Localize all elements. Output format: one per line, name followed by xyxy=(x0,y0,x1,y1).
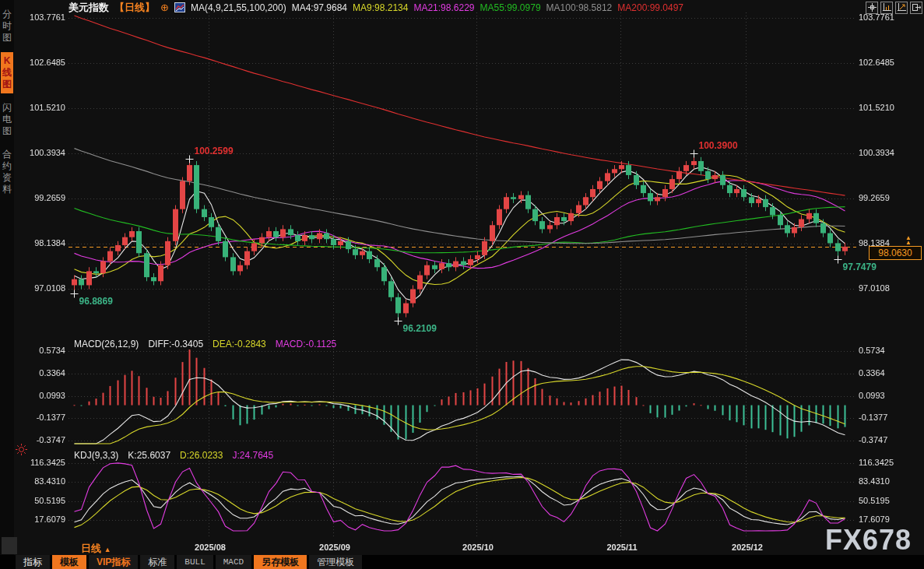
axis-scale-icon[interactable] xyxy=(880,2,893,14)
axis-tick-left: 0.5734 xyxy=(16,346,65,355)
chart-application: 分时图 K线图 闪电图 合约资料 美元指数 【日线】 ⊕ MA(4,9,21,5… xyxy=(0,0,924,569)
axis-tick-left: 101.5210 xyxy=(16,103,65,112)
axis-tick-left: 98.1384 xyxy=(16,238,65,248)
price-annotation: 96.8869 xyxy=(79,296,113,307)
kdj-d-value: D:26.0233 xyxy=(180,450,223,461)
period-selector[interactable]: 日线 ▲ xyxy=(81,542,111,556)
kdj-k-value: K:25.6037 xyxy=(128,450,170,461)
tab-standard[interactable]: 标准 xyxy=(140,555,174,569)
axis-tick-left: 116.3425 xyxy=(16,458,65,467)
macd-header: MACD(26,12,9) DIFF:-0.3405 DEA:-0.2843 M… xyxy=(74,339,336,349)
mini-chart-icon[interactable] xyxy=(174,2,185,12)
axis-tick-left: 50.5195 xyxy=(16,496,65,505)
sidebar-item-lightning-chart[interactable]: 闪电图 xyxy=(1,99,13,140)
axis-tick-right: 102.6485 xyxy=(859,58,894,67)
axis-tick-left: 0.0993 xyxy=(16,391,65,400)
xaxis-date-label: 2025/10 xyxy=(456,543,500,552)
chart-canvas[interactable] xyxy=(0,0,924,569)
period-badge[interactable]: 【日线】 xyxy=(114,1,155,15)
bottom-tabbar: 指标 模板 VIP指标 标准 BULL MACD 另存模板 管理模板 xyxy=(0,555,924,569)
axis-tick-right: 50.5195 xyxy=(859,496,890,505)
price-annotation: 100.3900 xyxy=(699,140,738,151)
exit-right-icon[interactable] xyxy=(910,2,922,14)
axis-tick-left: 17.6079 xyxy=(16,515,65,524)
axis-tick-left: 97.0108 xyxy=(16,283,65,293)
axis-tick-left: 99.2659 xyxy=(16,193,65,202)
axis-tick-left: -0.1377 xyxy=(16,413,65,422)
macd-macd-value: MACD:-0.1125 xyxy=(276,339,336,349)
price-annotation: 96.2109 xyxy=(403,323,437,334)
tab-bull[interactable]: BULL xyxy=(177,555,213,569)
axis-tick-right: 0.5734 xyxy=(859,346,885,355)
ma200-value: MA200:99.0497 xyxy=(617,2,683,13)
axis-tick-right: 0.0993 xyxy=(859,391,885,400)
watermark: FX678 xyxy=(825,524,912,557)
tab-macd[interactable]: MACD xyxy=(216,555,251,569)
kdj-header: KDJ(9,3,3) K:25.6037 D:26.0233 J:24.7645 xyxy=(74,450,273,461)
sidebar-item-kline-chart[interactable]: K线图 xyxy=(1,52,13,93)
macd-name: MACD(26,12,9) xyxy=(74,339,139,349)
xaxis-date-label: 2025/12 xyxy=(725,543,769,552)
xaxis-date-label: 2025/08 xyxy=(188,543,232,552)
ma4-value: MA4:97.9684 xyxy=(292,2,347,13)
ma100-value: MA100:98.5812 xyxy=(546,2,613,13)
axis-tick-right: -0.3747 xyxy=(859,435,887,444)
tab-vip-indicator[interactable]: VIP指标 xyxy=(89,555,138,569)
last-price-tag: 98.0630 xyxy=(869,246,922,260)
add-overlay-icon[interactable]: ⊕ xyxy=(160,2,169,12)
macd-diff-value: DIFF:-0.3405 xyxy=(148,339,203,349)
axis-tick-left: 100.3934 xyxy=(16,148,65,157)
axis-tick-right: 101.5210 xyxy=(859,103,894,112)
axis-tick-right: 97.0108 xyxy=(859,283,890,293)
kdj-name: KDJ(9,3,3) xyxy=(74,450,118,461)
axis-tick-left: 83.4310 xyxy=(16,476,65,486)
toolbar xyxy=(866,2,922,14)
left-sidebar: 分时图 K线图 闪电图 合约资料 xyxy=(0,0,14,569)
sidebar-item-contract-info[interactable]: 合约资料 xyxy=(1,146,13,198)
sidebar-item-time-chart[interactable]: 分时图 xyxy=(1,5,13,47)
axis-tick-right: 17.6079 xyxy=(859,515,890,524)
corner-button[interactable] xyxy=(2,537,17,554)
axis-shift-icon[interactable] xyxy=(895,2,908,14)
xaxis-date-label: 2025/09 xyxy=(313,543,357,552)
price-axis-arrow-icon[interactable]: ▲▲ xyxy=(905,236,912,245)
xaxis-date-label: 2025/11 xyxy=(600,543,644,552)
ma21-value: MA21:98.6229 xyxy=(413,2,474,13)
axis-tick-right: -0.1377 xyxy=(859,413,887,422)
symbol-title: 美元指数 xyxy=(69,1,109,15)
axis-tick-right: 83.4310 xyxy=(859,476,890,486)
axis-tick-left: 0.3364 xyxy=(16,368,65,378)
tab-indicator[interactable]: 指标 xyxy=(16,555,50,569)
axis-tick-right: 0.3364 xyxy=(859,368,885,378)
axis-tick-right: 99.2659 xyxy=(859,193,890,202)
tab-manage-template[interactable]: 管理模板 xyxy=(309,555,362,569)
chart-header: 美元指数 【日线】 ⊕ MA(4,9,21,55,100,200) MA4:97… xyxy=(69,0,922,15)
tab-save-template[interactable]: 另存模板 xyxy=(254,555,307,569)
tab-template[interactable]: 模板 xyxy=(52,555,86,569)
ma55-value: MA55:99.0979 xyxy=(480,2,541,13)
axis-tick-right: 116.3425 xyxy=(859,458,894,467)
alert-icon[interactable] xyxy=(16,444,27,458)
axis-tick-left: 103.7761 xyxy=(16,12,65,22)
ma9-value: MA9:98.2134 xyxy=(353,2,408,13)
price-annotation: 100.2599 xyxy=(195,146,234,156)
macd-dea-value: DEA:-0.2843 xyxy=(213,339,266,349)
ma-settings-label: MA(4,9,21,55,100,200) xyxy=(191,2,286,13)
dropdown-arrow-icon: ▲ xyxy=(104,546,111,553)
price-annotation: 97.7479 xyxy=(843,262,877,272)
crosshair-icon[interactable] xyxy=(866,2,878,14)
kdj-j-value: J:24.7645 xyxy=(232,450,273,461)
axis-tick-right: 100.3934 xyxy=(859,148,894,157)
axis-tick-left: 102.6485 xyxy=(16,58,65,67)
